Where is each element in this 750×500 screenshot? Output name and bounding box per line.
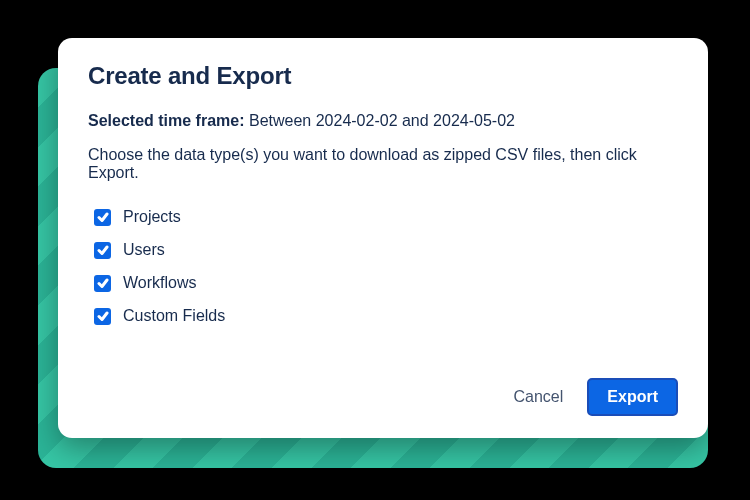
export-button[interactable]: Export xyxy=(587,378,678,416)
checkbox-label: Custom Fields xyxy=(123,307,225,325)
cancel-button[interactable]: Cancel xyxy=(504,380,574,414)
check-icon xyxy=(97,244,109,256)
export-dialog: Create and Export Selected time frame: B… xyxy=(58,38,708,438)
instruction-text: Choose the data type(s) you want to down… xyxy=(88,146,678,182)
checkbox-row-workflows[interactable]: Workflows xyxy=(94,274,678,292)
checkbox-workflows[interactable] xyxy=(94,275,111,292)
checkbox-row-users[interactable]: Users xyxy=(94,241,678,259)
timeframe-value: Between 2024-02-02 and 2024-05-02 xyxy=(249,112,515,129)
check-icon xyxy=(97,211,109,223)
dialog-footer: Cancel Export xyxy=(88,378,678,416)
checkbox-projects[interactable] xyxy=(94,209,111,226)
checkbox-label: Projects xyxy=(123,208,181,226)
checkbox-row-custom-fields[interactable]: Custom Fields xyxy=(94,307,678,325)
timeframe-text: Selected time frame: Between 2024-02-02 … xyxy=(88,112,678,130)
timeframe-label: Selected time frame: xyxy=(88,112,245,129)
dialog-title: Create and Export xyxy=(88,62,678,90)
check-icon xyxy=(97,277,109,289)
data-type-checkbox-list: Projects Users Workflows Custom Fields xyxy=(88,208,678,325)
check-icon xyxy=(97,310,109,322)
checkbox-row-projects[interactable]: Projects xyxy=(94,208,678,226)
checkbox-label: Users xyxy=(123,241,165,259)
checkbox-users[interactable] xyxy=(94,242,111,259)
checkbox-label: Workflows xyxy=(123,274,197,292)
checkbox-custom-fields[interactable] xyxy=(94,308,111,325)
